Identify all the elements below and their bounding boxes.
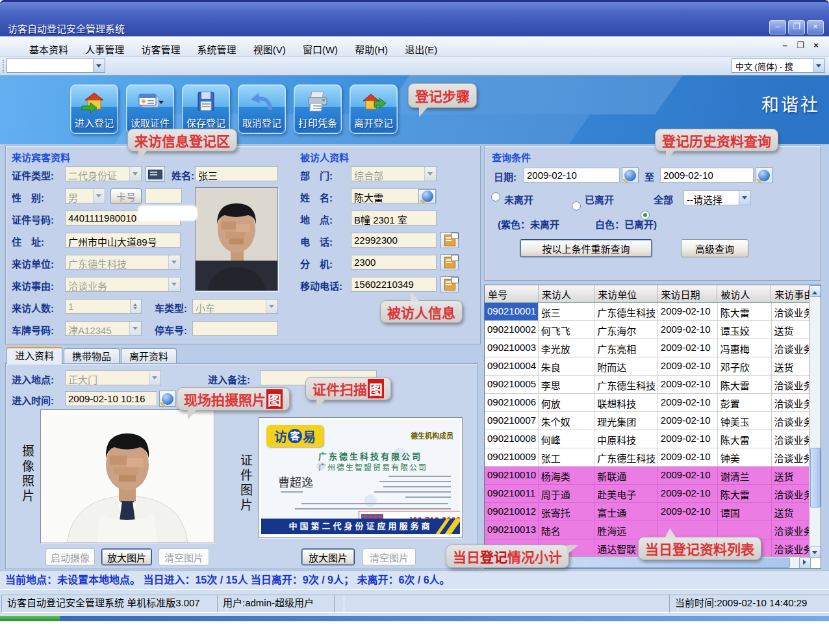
call-ext-button[interactable] bbox=[440, 254, 459, 270]
table-cell[interactable]: 090210001 bbox=[485, 303, 539, 321]
table-cell[interactable]: 2009-02-10 bbox=[658, 412, 718, 430]
table-row[interactable]: 090210003李光放广东亮相2009-02-10冯惠梅洽谈业务 bbox=[485, 339, 821, 357]
search-person-button[interactable] bbox=[418, 189, 436, 203]
card-reader-button[interactable] bbox=[146, 166, 165, 182]
address-field[interactable]: 广州市中山大道89号 bbox=[65, 233, 181, 248]
table-row[interactable]: 090210012张寄托富士通2009-02-10谭国送货 bbox=[485, 503, 821, 521]
chevron-down-icon[interactable] bbox=[424, 167, 436, 181]
table-cell[interactable]: 广东德生科技 bbox=[594, 303, 658, 321]
table-cell[interactable]: 朱良 bbox=[539, 357, 594, 376]
visitor-count-stepper[interactable]: 1 bbox=[65, 299, 142, 314]
clear-cert-button[interactable]: 清空图片 bbox=[363, 548, 416, 565]
table-cell[interactable]: 冯惠梅 bbox=[718, 339, 772, 357]
mdi-restore-icon[interactable]: ❐ bbox=[794, 40, 807, 52]
chevron-down-icon[interactable] bbox=[168, 255, 180, 269]
date-from-field[interactable]: 2009-02-10 bbox=[524, 168, 620, 183]
tab-leave-info[interactable]: 离开资料 bbox=[121, 348, 177, 364]
mobile-field[interactable]: 15602210349 bbox=[351, 277, 437, 292]
ext-field[interactable]: 2300 bbox=[351, 255, 437, 270]
table-cell[interactable]: 谭玉姣 bbox=[718, 321, 772, 339]
table-cell[interactable]: 090210012 bbox=[485, 503, 539, 521]
start-camera-button[interactable]: 启动摄像 bbox=[45, 548, 95, 565]
mdi-close-icon[interactable]: × bbox=[810, 40, 823, 52]
chevron-down-icon[interactable] bbox=[739, 191, 750, 205]
chevron-down-icon[interactable] bbox=[168, 277, 180, 291]
table-cell[interactable]: 张工 bbox=[539, 448, 594, 467]
table-cell[interactable]: 钟美玉 bbox=[718, 412, 772, 430]
table-cell[interactable]: 陈大雷 bbox=[718, 303, 772, 321]
scroll-thumb[interactable] bbox=[810, 448, 821, 508]
cert-type-select[interactable]: 二代身份证 bbox=[65, 166, 142, 181]
dept-select[interactable]: 综合部 bbox=[351, 166, 437, 181]
parking-field[interactable] bbox=[192, 321, 278, 336]
call-mobile-button[interactable] bbox=[440, 276, 459, 292]
vertical-scrollbar[interactable] bbox=[809, 285, 821, 558]
time-picker-button[interactable] bbox=[159, 391, 176, 407]
table-row[interactable]: 090210006何放联想科技2009-02-10彭置洽谈业务 bbox=[485, 394, 821, 412]
table-cell[interactable]: 富士通 bbox=[594, 503, 658, 521]
table-cell[interactable]: 090210003 bbox=[485, 339, 539, 357]
enter-location-select[interactable]: 正大门 bbox=[65, 370, 161, 385]
table-row[interactable]: 090210008何峰中原科技2009-02-10陈大雷洽谈业务 bbox=[485, 430, 821, 448]
restore-icon[interactable]: ❐ bbox=[788, 20, 805, 34]
card-number-field[interactable] bbox=[146, 188, 182, 203]
plate-select[interactable]: 津A12345 bbox=[65, 321, 142, 336]
col-header[interactable]: 来访单位 bbox=[594, 285, 657, 302]
table-cell[interactable]: 陈大雷 bbox=[718, 376, 772, 394]
table-cell[interactable]: 广东亮相 bbox=[594, 339, 658, 357]
table-cell[interactable]: 李光放 bbox=[539, 339, 594, 357]
table-cell[interactable]: 2009-02-10 bbox=[658, 303, 718, 321]
table-cell[interactable]: 2009-02-10 bbox=[658, 376, 718, 394]
tab-carried-items[interactable]: 携带物品 bbox=[64, 348, 120, 364]
table-cell[interactable]: 090210002 bbox=[485, 321, 539, 339]
table-cell[interactable]: 彭置 bbox=[718, 394, 772, 412]
read-card-button[interactable]: 读取证件 bbox=[126, 84, 174, 134]
card-number-button[interactable]: 卡号 bbox=[110, 188, 142, 204]
table-cell[interactable]: 张三 bbox=[539, 303, 594, 321]
table-cell[interactable]: 090210010 bbox=[485, 467, 539, 485]
table-row[interactable]: 090210002何飞飞广东海尔2009-02-10谭玉姣送货 bbox=[485, 321, 821, 339]
scroll-down-icon[interactable] bbox=[810, 547, 821, 558]
table-cell[interactable]: 理光集团 bbox=[594, 412, 658, 430]
table-row[interactable]: 090210001张三广东德生科技2009-02-10陈大雷洽谈业务 bbox=[485, 303, 821, 321]
table-cell[interactable]: 090210004 bbox=[485, 357, 539, 376]
table-cell[interactable]: 周于通 bbox=[539, 485, 594, 503]
enter-register-button[interactable]: 进入登记 bbox=[70, 84, 118, 134]
table-cell[interactable]: 090210007 bbox=[485, 412, 539, 430]
radio-left[interactable] bbox=[572, 201, 581, 211]
close-icon[interactable]: × bbox=[807, 20, 824, 34]
date-to-field[interactable]: 2009-02-10 bbox=[660, 168, 754, 183]
quick-combo[interactable] bbox=[6, 58, 105, 73]
radio-not-left[interactable] bbox=[491, 192, 500, 201]
visitor-name-field[interactable]: 张三 bbox=[195, 166, 278, 181]
table-cell[interactable]: 广东德生科技 bbox=[594, 448, 658, 467]
table-cell[interactable]: 090210008 bbox=[485, 430, 539, 448]
table-cell[interactable]: 谭国 bbox=[718, 503, 772, 521]
col-header[interactable]: 被访人 bbox=[717, 285, 771, 302]
vehicle-type-select[interactable]: 小车 bbox=[192, 299, 278, 314]
table-cell[interactable]: 谢清兰 bbox=[718, 467, 772, 485]
requery-button[interactable]: 按以上条件重新查询 bbox=[520, 239, 652, 257]
filter-select[interactable]: --请选择 bbox=[683, 190, 751, 205]
table-cell[interactable]: 2009-02-10 bbox=[658, 467, 718, 485]
table-cell[interactable]: 广东德生科技 bbox=[594, 376, 658, 394]
table-cell[interactable]: 2009-02-10 bbox=[658, 394, 718, 412]
phone-field[interactable]: 22992300 bbox=[351, 233, 437, 248]
chevron-down-icon[interactable] bbox=[266, 300, 277, 313]
zoom-photo-button[interactable]: 放大图片 bbox=[101, 548, 152, 565]
leave-register-button[interactable]: 离开登记 bbox=[350, 84, 398, 134]
table-cell[interactable]: 中原科技 bbox=[594, 430, 658, 448]
table-row[interactable]: 090210009张工广东德生科技2009-02-10钟美洽谈业务 bbox=[485, 448, 821, 467]
location-field[interactable]: B幢 2301 室 bbox=[351, 211, 437, 225]
table-cell[interactable]: 联想科技 bbox=[594, 394, 658, 412]
clear-photo-button[interactable]: 清空图片 bbox=[159, 548, 209, 565]
chevron-down-icon[interactable] bbox=[129, 322, 141, 335]
tab-enter-info[interactable]: 进入资料 bbox=[6, 347, 62, 364]
table-row[interactable]: 090210011周于通赴美电子2009-02-10陈大雷洽谈业务 bbox=[485, 485, 821, 503]
table-cell[interactable]: 090210009 bbox=[485, 448, 539, 467]
table-cell[interactable]: 广东海尔 bbox=[594, 321, 658, 339]
visit-reason-select[interactable]: 洽谈业务 bbox=[65, 277, 181, 292]
chevron-down-icon[interactable] bbox=[129, 167, 141, 181]
table-cell[interactable]: 陈大雷 bbox=[718, 485, 772, 503]
col-header[interactable]: 来访日期 bbox=[658, 285, 718, 302]
